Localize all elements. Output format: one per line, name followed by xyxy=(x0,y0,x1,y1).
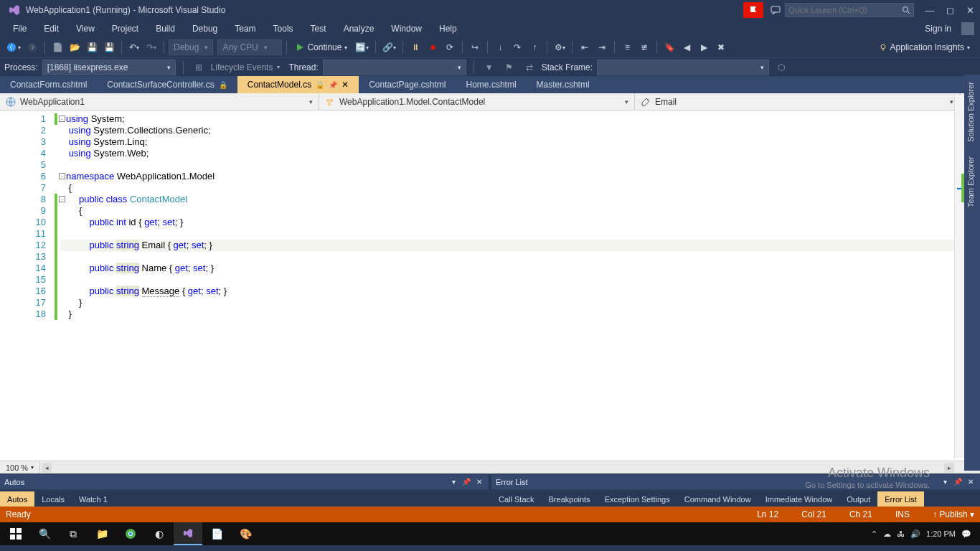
chrome-icon[interactable] xyxy=(116,522,145,545)
tab-contactsurfacecontroller[interactable]: ContactSurfaceController.cs🔒 xyxy=(97,76,237,93)
scroll-left-icon[interactable]: ◂ xyxy=(42,463,52,473)
platform-combo[interactable]: Any CPU▾ xyxy=(217,39,282,55)
bookmark-clear-icon[interactable]: ✖ xyxy=(713,39,729,55)
menu-file[interactable]: File xyxy=(4,22,35,36)
tray-chevron-icon[interactable]: ⌃ xyxy=(871,529,877,539)
minimize-button[interactable]: — xyxy=(920,2,940,18)
exception-settings-tab[interactable]: Exception Settings xyxy=(598,491,677,507)
panel-menu-icon[interactable]: ▾ xyxy=(940,478,950,486)
start-button[interactable] xyxy=(1,522,30,545)
search-icon[interactable]: 🔍 xyxy=(30,522,59,545)
save-icon[interactable]: 💾 xyxy=(84,39,100,55)
steam-icon[interactable]: ◐ xyxy=(145,522,174,545)
maximize-button[interactable]: ◻ xyxy=(940,2,960,18)
browser-link-icon[interactable]: 🔗▾ xyxy=(380,39,398,55)
open-icon[interactable]: 📂 xyxy=(67,39,83,55)
indent-more-icon[interactable]: ⇥ xyxy=(594,39,610,55)
avatar-icon[interactable] xyxy=(961,22,974,35)
file-explorer-icon[interactable]: 📁 xyxy=(88,522,116,545)
code-area[interactable]: - - - using System; using System.Collect… xyxy=(60,110,980,461)
solution-config-combo[interactable]: Debug▾ xyxy=(169,39,213,55)
project-dropdown[interactable]: WebApplication1▾ xyxy=(0,93,319,110)
outline-toggle-icon[interactable]: - xyxy=(59,196,65,202)
bookmark-icon[interactable]: 🔖 xyxy=(661,39,677,55)
thread-combo[interactable]: ▾ xyxy=(323,60,466,75)
bookmark-next-icon[interactable]: ▶ xyxy=(696,39,712,55)
continue-button[interactable]: Continue▾ xyxy=(291,42,352,52)
command-window-tab[interactable]: Command Window xyxy=(677,491,758,507)
refresh-icon[interactable]: 🔄▾ xyxy=(353,39,371,55)
uncomment-icon[interactable]: ≢ xyxy=(636,39,652,55)
scroll-right-icon[interactable]: ▸ xyxy=(944,463,954,473)
menu-help[interactable]: Help xyxy=(430,22,466,36)
outline-toggle-icon[interactable]: - xyxy=(59,116,65,122)
step-into-icon[interactable]: ↓ xyxy=(492,39,508,55)
show-next-icon[interactable]: ↪ xyxy=(467,39,483,55)
breakpoints-tab[interactable]: Breakpoints xyxy=(542,491,598,507)
menu-analyze[interactable]: Analyze xyxy=(335,22,383,36)
break-all-icon[interactable]: ⏸ xyxy=(407,39,423,55)
zoom-combo[interactable]: 100 %▾ xyxy=(0,461,40,474)
menu-build[interactable]: Build xyxy=(147,22,184,36)
tab-contactpage[interactable]: ContactPage.cshtml xyxy=(359,76,456,93)
bookmark-prev-icon[interactable]: ◀ xyxy=(679,39,694,55)
filter-icon[interactable]: ▼ xyxy=(481,60,497,75)
panel-close-icon[interactable]: ✕ xyxy=(966,478,976,486)
immediate-window-tab[interactable]: Immediate Window xyxy=(758,491,840,507)
undo-icon[interactable]: ↶▾ xyxy=(126,39,142,55)
onedrive-icon[interactable]: ☁ xyxy=(883,529,891,539)
panel-menu-icon[interactable]: ▾ xyxy=(448,478,458,486)
process-combo[interactable]: [1868] iisexpress.exe▾ xyxy=(42,60,176,75)
errorlist-panel-header[interactable]: Error List ▾ 📌 ✕ xyxy=(491,474,980,489)
menu-view[interactable]: View xyxy=(67,22,103,36)
locals-tab[interactable]: Locals xyxy=(34,491,72,507)
menu-test[interactable]: Test xyxy=(302,22,335,36)
errorlist-tab[interactable]: Error List xyxy=(877,491,924,507)
tab-home[interactable]: Home.cshtml xyxy=(456,76,527,93)
code-editor[interactable]: 123456789 101112131415161718 - - - using… xyxy=(0,110,980,461)
notification-flag-icon[interactable] xyxy=(743,2,763,18)
member-dropdown[interactable]: Email▾ xyxy=(635,93,960,110)
task-view-icon[interactable]: ⧉ xyxy=(59,522,88,545)
action-center-icon[interactable]: 💬 xyxy=(961,529,971,539)
menu-team[interactable]: Team xyxy=(226,22,264,36)
paint-icon[interactable]: 🎨 xyxy=(231,522,260,545)
menu-debug[interactable]: Debug xyxy=(184,22,226,36)
restart-icon[interactable]: ⟳ xyxy=(442,39,458,55)
flag-icon[interactable]: ⚑ xyxy=(501,60,517,75)
close-tab-icon[interactable]: ✕ xyxy=(341,80,349,90)
panel-close-icon[interactable]: ✕ xyxy=(474,478,484,486)
save-all-icon[interactable]: 💾 xyxy=(101,39,117,55)
stop-icon[interactable]: ■ xyxy=(425,39,440,55)
menu-project[interactable]: Project xyxy=(103,22,147,36)
output-tab[interactable]: Output xyxy=(839,491,877,507)
clock[interactable]: 1:20 PM xyxy=(926,529,956,538)
app-insights-button[interactable]: Application Insights▾ xyxy=(879,42,976,52)
hex-icon[interactable]: ⬡ xyxy=(773,60,789,75)
autos-panel-header[interactable]: Autos ▾ 📌 ✕ xyxy=(0,474,489,489)
indent-less-icon[interactable]: ⇤ xyxy=(577,39,593,55)
menu-edit[interactable]: Edit xyxy=(35,22,67,36)
redo-icon[interactable]: ↷▾ xyxy=(143,39,159,55)
intellitrace-icon[interactable]: ⚙▾ xyxy=(552,39,567,55)
tab-contactform[interactable]: ContactForm.cshtml xyxy=(0,76,97,93)
tab-master[interactable]: Master.cshtml xyxy=(527,76,600,93)
feedback-icon[interactable] xyxy=(766,2,785,18)
menu-tools[interactable]: Tools xyxy=(265,22,302,36)
class-dropdown[interactable]: WebApplication1.Model.ContactModel▾ xyxy=(319,93,635,110)
sign-in-link[interactable]: Sign in xyxy=(925,24,956,34)
system-tray[interactable]: ⌃ ☁ 🖧 🔊 1:20 PM 💬 xyxy=(871,529,979,539)
volume-icon[interactable]: 🔊 xyxy=(910,529,920,539)
step-out-icon[interactable]: ↑ xyxy=(527,39,542,55)
step-over-icon[interactable]: ↷ xyxy=(509,39,525,55)
tab-contactmodel[interactable]: ContactModel.cs🔒📌✕ xyxy=(237,76,359,93)
outline-toggle-icon[interactable]: - xyxy=(59,173,65,179)
visual-studio-icon[interactable] xyxy=(174,522,202,545)
threads-icon[interactable]: ⇄ xyxy=(522,60,537,75)
autos-tab[interactable]: Autos xyxy=(0,491,34,507)
nav-back-icon[interactable]: ▾ xyxy=(4,39,23,55)
pin-icon[interactable]: 🔒 xyxy=(219,81,227,89)
quick-launch[interactable] xyxy=(785,3,914,17)
panel-pin-icon[interactable]: 📌 xyxy=(953,478,963,486)
lifecycle-icon[interactable]: ⊞ xyxy=(191,60,207,75)
